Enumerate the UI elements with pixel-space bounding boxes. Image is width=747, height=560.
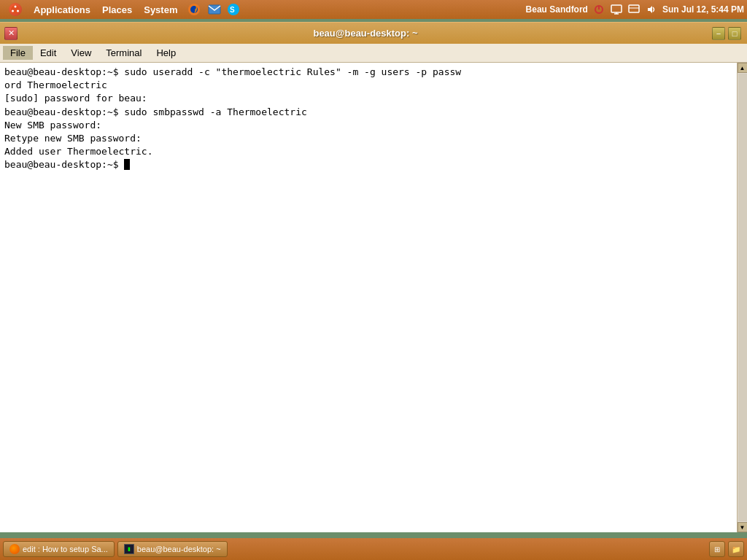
terminal-cursor [124, 159, 130, 170]
terminal-titlebar: ✕ beau@beau-desktop: ~ − □ [0, 22, 747, 44]
scroll-up-arrow[interactable]: ▲ [738, 63, 748, 73]
window-close-button[interactable]: ✕ [4, 27, 18, 40]
svg-text:S: S [230, 6, 235, 14]
places-menu[interactable]: Places [96, 3, 138, 17]
network-icon[interactable] [627, 4, 640, 15]
svg-marker-16 [648, 6, 652, 13]
applications-menu[interactable]: Applications [28, 3, 96, 17]
terminal-menubar: File Edit View Terminal Help [0, 44, 747, 63]
scroll-down-arrow[interactable]: ▼ [738, 522, 748, 532]
view-menu[interactable]: View [63, 46, 98, 60]
terminal-body: beau@beau-desktop:~$ sudo useradd -c "th… [0, 63, 747, 532]
terminal-taskbar-button[interactable]: ▮ beau@beau-desktop: ~ [117, 541, 228, 557]
taskbar: edit : How to setup Sa... ▮ beau@beau-de… [0, 538, 747, 560]
svg-point-1 [15, 6, 17, 8]
firefox-taskbar-button[interactable]: edit : How to setup Sa... [3, 541, 115, 557]
scroll-track [738, 74, 747, 521]
firefox-taskbar-label: edit : How to setup Sa... [23, 545, 108, 553]
system-bar: Applications Places System [0, 0, 747, 19]
firefox-taskbar-icon [9, 544, 20, 554]
terminal-window: ✕ beau@beau-desktop: ~ − □ File Edit Vie… [0, 22, 747, 532]
system-menu[interactable]: System [138, 3, 183, 17]
skype-launcher[interactable]: S [224, 3, 243, 16]
ubuntu-logo-icon [9, 3, 22, 16]
help-menu[interactable]: Help [149, 46, 183, 60]
svg-rect-6 [209, 5, 220, 14]
terminal-taskbar-icon: ▮ [124, 544, 134, 554]
terminal-menu[interactable]: Terminal [98, 46, 149, 60]
window-maximize-button[interactable]: □ [728, 27, 741, 40]
datetime-label: Sun Jul 12, 5:44 PM [662, 4, 744, 15]
power-icon[interactable] [592, 4, 605, 15]
terminal-content[interactable]: beau@beau-desktop:~$ sudo useradd -c "th… [0, 63, 737, 532]
svg-point-3 [12, 10, 14, 12]
volume-icon[interactable] [645, 4, 658, 15]
username-label: Beau Sandford [526, 4, 588, 15]
svg-rect-14 [629, 5, 639, 12]
window-minimize-button[interactable]: − [712, 27, 725, 40]
terminal-controls-right: − □ [712, 27, 743, 40]
terminal-title: beau@beau-desktop: ~ [19, 28, 712, 39]
svg-rect-11 [611, 5, 622, 12]
system-bar-right: Beau Sandford [526, 4, 744, 15]
taskbar-desktop-btn[interactable]: ⊞ [709, 541, 725, 557]
terminal-scrollbar[interactable]: ▲ ▼ [737, 63, 747, 532]
taskbar-right: ⊞ 📁 [709, 541, 744, 557]
terminal-output: beau@beau-desktop:~$ sudo useradd -c "th… [4, 66, 732, 172]
edit-menu[interactable]: Edit [33, 46, 63, 60]
ubuntu-icon-menu[interactable] [3, 1, 28, 18]
email-launcher[interactable] [205, 4, 224, 15]
file-menu[interactable]: File [3, 46, 33, 60]
svg-point-2 [17, 10, 19, 12]
firefox-launcher[interactable] [183, 3, 205, 16]
taskbar-files-btn[interactable]: 📁 [728, 541, 744, 557]
terminal-controls-left: ✕ [4, 27, 19, 40]
terminal-taskbar-label: beau@beau-desktop: ~ [137, 545, 221, 553]
monitor-icon[interactable] [610, 4, 623, 15]
system-bar-left: Applications Places System [3, 1, 243, 18]
